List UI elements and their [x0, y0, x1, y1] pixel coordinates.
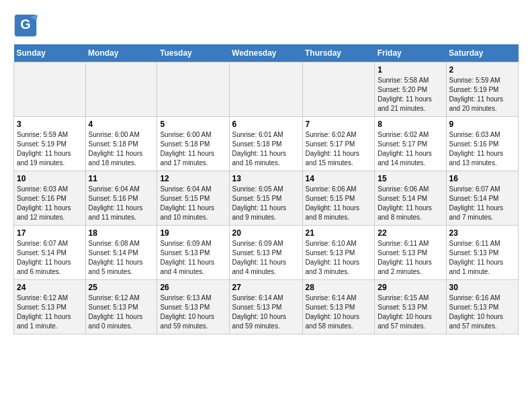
day-number: 3: [17, 120, 83, 129]
day-info: Sunrise: 6:10 AM Sunset: 5:13 PM Dayligh…: [306, 239, 372, 277]
calendar-cell: 11Sunrise: 6:04 AM Sunset: 5:16 PM Dayli…: [85, 171, 157, 226]
calendar-cell: 27Sunrise: 6:14 AM Sunset: 5:13 PM Dayli…: [229, 280, 302, 334]
calendar-cell: 20Sunrise: 6:09 AM Sunset: 5:13 PM Dayli…: [229, 226, 302, 280]
day-number: 2: [449, 65, 516, 75]
day-number: 14: [306, 174, 372, 183]
calendar-table: SundayMondayTuesdayWednesdayThursdayFrid…: [13, 44, 519, 334]
calendar-cell: 6Sunrise: 6:01 AM Sunset: 5:18 PM Daylig…: [229, 117, 302, 171]
day-info: Sunrise: 6:00 AM Sunset: 5:18 PM Dayligh…: [160, 130, 226, 168]
day-info: Sunrise: 6:04 AM Sunset: 5:16 PM Dayligh…: [89, 185, 154, 222]
calendar-cell: 4Sunrise: 6:00 AM Sunset: 5:18 PM Daylig…: [85, 117, 157, 171]
day-number: 25: [89, 283, 154, 292]
day-number: 5: [160, 120, 226, 129]
day-info: Sunrise: 6:02 AM Sunset: 5:17 PM Dayligh…: [306, 130, 372, 168]
day-info: Sunrise: 6:07 AM Sunset: 5:14 PM Dayligh…: [449, 185, 516, 222]
calendar-cell: 29Sunrise: 6:15 AM Sunset: 5:13 PM Dayli…: [375, 280, 446, 334]
calendar-cell: 14Sunrise: 6:06 AM Sunset: 5:15 PM Dayli…: [302, 171, 375, 226]
day-number: 6: [232, 120, 300, 129]
day-number: 30: [449, 283, 516, 292]
calendar-cell: 16Sunrise: 6:07 AM Sunset: 5:14 PM Dayli…: [446, 171, 519, 226]
day-info: Sunrise: 6:05 AM Sunset: 5:15 PM Dayligh…: [232, 185, 300, 222]
calendar-cell: 17Sunrise: 6:07 AM Sunset: 5:14 PM Dayli…: [14, 226, 86, 280]
days-header-row: SundayMondayTuesdayWednesdayThursdayFrid…: [14, 44, 519, 62]
day-number: 16: [449, 174, 516, 183]
day-info: Sunrise: 5:59 AM Sunset: 5:19 PM Dayligh…: [17, 130, 83, 168]
calendar-cell: 10Sunrise: 6:03 AM Sunset: 5:16 PM Dayli…: [14, 171, 86, 226]
day-number: 26: [160, 283, 226, 292]
calendar-cell: 12Sunrise: 6:04 AM Sunset: 5:15 PM Dayli…: [157, 171, 229, 226]
day-number: 1: [378, 65, 443, 75]
calendar-cell: [14, 62, 86, 117]
day-number: 15: [378, 174, 443, 183]
calendar-cell: 8Sunrise: 6:02 AM Sunset: 5:17 PM Daylig…: [375, 117, 446, 171]
calendar-cell: 1Sunrise: 5:58 AM Sunset: 5:20 PM Daylig…: [375, 62, 446, 117]
calendar-cell: 13Sunrise: 6:05 AM Sunset: 5:15 PM Dayli…: [229, 171, 302, 226]
day-header-friday: Friday: [375, 44, 446, 62]
day-header-wednesday: Wednesday: [229, 44, 302, 62]
day-info: Sunrise: 6:08 AM Sunset: 5:14 PM Dayligh…: [89, 239, 154, 277]
calendar-cell: 24Sunrise: 6:12 AM Sunset: 5:13 PM Dayli…: [14, 280, 86, 334]
week-row-2: 3Sunrise: 5:59 AM Sunset: 5:19 PM Daylig…: [14, 117, 519, 171]
day-header-sunday: Sunday: [14, 44, 86, 62]
calendar-cell: 9Sunrise: 6:03 AM Sunset: 5:16 PM Daylig…: [446, 117, 519, 171]
day-info: Sunrise: 6:13 AM Sunset: 5:13 PM Dayligh…: [160, 293, 226, 331]
day-info: Sunrise: 6:01 AM Sunset: 5:18 PM Dayligh…: [232, 130, 300, 168]
week-row-4: 17Sunrise: 6:07 AM Sunset: 5:14 PM Dayli…: [14, 226, 519, 280]
day-header-saturday: Saturday: [446, 44, 519, 62]
day-number: 9: [449, 120, 516, 129]
day-info: Sunrise: 6:06 AM Sunset: 5:14 PM Dayligh…: [378, 185, 443, 222]
calendar-cell: [85, 62, 157, 117]
day-number: 7: [306, 120, 372, 129]
day-number: 24: [17, 283, 83, 292]
calendar-cell: 2Sunrise: 5:59 AM Sunset: 5:19 PM Daylig…: [446, 62, 519, 117]
day-info: Sunrise: 6:07 AM Sunset: 5:14 PM Dayligh…: [17, 239, 83, 277]
week-row-5: 24Sunrise: 6:12 AM Sunset: 5:13 PM Dayli…: [14, 280, 519, 334]
day-number: 12: [160, 174, 226, 183]
day-info: Sunrise: 6:03 AM Sunset: 5:16 PM Dayligh…: [17, 185, 83, 222]
day-number: 8: [378, 120, 443, 129]
week-row-1: 1Sunrise: 5:58 AM Sunset: 5:20 PM Daylig…: [14, 62, 519, 117]
calendar-cell: 30Sunrise: 6:16 AM Sunset: 5:13 PM Dayli…: [446, 280, 519, 334]
day-info: Sunrise: 6:11 AM Sunset: 5:13 PM Dayligh…: [378, 239, 443, 277]
day-info: Sunrise: 6:00 AM Sunset: 5:18 PM Dayligh…: [89, 130, 154, 168]
calendar-cell: 23Sunrise: 6:11 AM Sunset: 5:13 PM Dayli…: [446, 226, 519, 280]
day-info: Sunrise: 6:09 AM Sunset: 5:13 PM Dayligh…: [160, 239, 226, 277]
day-info: Sunrise: 6:11 AM Sunset: 5:13 PM Dayligh…: [449, 239, 516, 277]
day-info: Sunrise: 5:58 AM Sunset: 5:20 PM Dayligh…: [378, 76, 443, 113]
day-header-monday: Monday: [85, 44, 157, 62]
day-header-thursday: Thursday: [302, 44, 375, 62]
calendar-cell: 5Sunrise: 6:00 AM Sunset: 5:18 PM Daylig…: [157, 117, 229, 171]
week-row-3: 10Sunrise: 6:03 AM Sunset: 5:16 PM Dayli…: [14, 171, 519, 226]
day-info: Sunrise: 6:12 AM Sunset: 5:13 PM Dayligh…: [89, 293, 154, 331]
day-info: Sunrise: 6:16 AM Sunset: 5:13 PM Dayligh…: [449, 293, 516, 331]
day-number: 29: [378, 283, 443, 292]
calendar-cell: [302, 62, 375, 117]
day-number: 11: [89, 174, 154, 183]
logo-icon: G: [13, 13, 38, 38]
calendar-cell: 25Sunrise: 6:12 AM Sunset: 5:13 PM Dayli…: [85, 280, 157, 334]
calendar-cell: 26Sunrise: 6:13 AM Sunset: 5:13 PM Dayli…: [157, 280, 229, 334]
calendar-cell: 3Sunrise: 5:59 AM Sunset: 5:19 PM Daylig…: [14, 117, 86, 171]
day-info: Sunrise: 6:14 AM Sunset: 5:13 PM Dayligh…: [232, 293, 300, 331]
calendar-cell: 19Sunrise: 6:09 AM Sunset: 5:13 PM Dayli…: [157, 226, 229, 280]
svg-text:G: G: [20, 17, 30, 32]
header: G: [13, 13, 519, 38]
day-number: 23: [449, 228, 516, 238]
day-number: 20: [232, 228, 300, 238]
calendar-cell: 7Sunrise: 6:02 AM Sunset: 5:17 PM Daylig…: [302, 117, 375, 171]
day-number: 17: [17, 228, 83, 238]
calendar-cell: 21Sunrise: 6:10 AM Sunset: 5:13 PM Dayli…: [302, 226, 375, 280]
day-number: 28: [306, 283, 372, 292]
calendar-cell: [229, 62, 302, 117]
logo: G: [13, 13, 42, 38]
day-number: 19: [160, 228, 226, 238]
calendar-cell: 28Sunrise: 6:14 AM Sunset: 5:13 PM Dayli…: [302, 280, 375, 334]
day-info: Sunrise: 6:15 AM Sunset: 5:13 PM Dayligh…: [378, 293, 443, 331]
day-info: Sunrise: 6:06 AM Sunset: 5:15 PM Dayligh…: [306, 185, 372, 222]
day-info: Sunrise: 6:04 AM Sunset: 5:15 PM Dayligh…: [160, 185, 226, 222]
day-info: Sunrise: 6:02 AM Sunset: 5:17 PM Dayligh…: [378, 130, 443, 168]
day-number: 27: [232, 283, 300, 292]
day-number: 18: [89, 228, 154, 238]
day-number: 10: [17, 174, 83, 183]
day-number: 21: [306, 228, 372, 238]
